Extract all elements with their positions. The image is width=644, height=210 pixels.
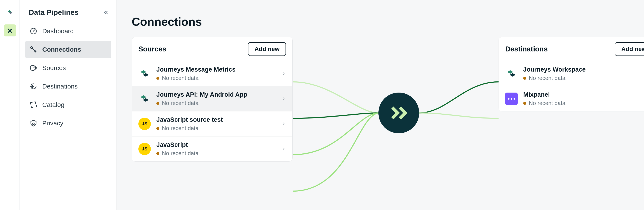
destination-row[interactable]: Journeys Workspace No recent data: [499, 61, 644, 86]
nav-label: Connections: [42, 46, 81, 53]
destinations-panel: Destinations Add new Journeys Workspace …: [498, 37, 644, 111]
pipeline-hub: [378, 93, 419, 133]
connections-canvas: Sources Add new Journeys Message Metrics…: [132, 37, 629, 210]
svg-rect-5: [32, 123, 34, 125]
status-dot-icon: [156, 102, 160, 105]
sources-panel-header: Sources Add new: [132, 37, 292, 61]
destinations-icon: [30, 82, 38, 90]
source-status: No recent data: [156, 100, 276, 107]
add-destination-button[interactable]: Add new: [615, 42, 644, 56]
nav-label: Catalog: [42, 101, 64, 108]
rail-app-switcher[interactable]: [4, 6, 16, 18]
status-dot-icon: [156, 127, 160, 130]
sources-list: Journeys Message Metrics No recent data: [132, 61, 292, 161]
chevron-right-icon: [282, 72, 286, 76]
privacy-icon: [30, 119, 38, 127]
source-status-text: No recent data: [162, 100, 199, 107]
collapse-sidebar-button[interactable]: [103, 9, 109, 15]
source-row[interactable]: Journeys API: My Android App No recent d…: [132, 86, 292, 111]
destinations-list: Journeys Workspace No recent data: [499, 61, 644, 111]
destination-row[interactable]: Mixpanel No recent data: [499, 86, 644, 111]
javascript-icon: JS: [138, 118, 151, 130]
page-title: Connections: [132, 15, 629, 28]
source-title: Journeys API: My Android App: [156, 91, 276, 98]
main-content: Connections: [117, 0, 644, 210]
journeys-logo-icon: [6, 9, 14, 16]
source-status-text: No recent data: [162, 150, 199, 157]
sidebar-nav: Dashboard Connections Sources Destinatio…: [25, 22, 111, 132]
svg-point-1: [33, 31, 34, 32]
status-dot-icon: [156, 77, 160, 80]
chevron-right-icon: [282, 147, 286, 151]
workspace-icon: [6, 27, 14, 34]
destination-status: No recent data: [523, 75, 643, 81]
source-status-text: No recent data: [162, 75, 199, 81]
destination-status: No recent data: [523, 100, 643, 107]
destination-title: Journeys Workspace: [523, 66, 643, 73]
source-status-text: No recent data: [162, 125, 199, 132]
connections-icon: [30, 45, 38, 54]
nav-label: Privacy: [42, 120, 63, 127]
chevron-double-left-icon: [103, 9, 109, 15]
nav-label: Sources: [42, 64, 66, 72]
source-status: No recent data: [156, 125, 276, 132]
source-title: Journeys Message Metrics: [156, 66, 276, 73]
source-title: JavaScript source test: [156, 116, 276, 123]
sources-panel-title: Sources: [138, 45, 166, 53]
nav-item-destinations[interactable]: Destinations: [25, 78, 111, 95]
gauge-icon: [30, 27, 38, 35]
nav-item-sources[interactable]: Sources: [25, 59, 111, 76]
sources-panel: Sources Add new Journeys Message Metrics…: [132, 37, 292, 162]
chevron-right-icon: [282, 122, 286, 126]
destination-status-text: No recent data: [529, 100, 566, 107]
nav-item-catalog[interactable]: Catalog: [25, 96, 111, 113]
journeys-icon: [138, 67, 151, 80]
destinations-panel-header: Destinations Add new: [499, 37, 644, 61]
nav-label: Destinations: [42, 83, 78, 90]
nav-item-dashboard[interactable]: Dashboard: [25, 22, 111, 40]
status-dot-icon: [523, 77, 526, 80]
source-row[interactable]: Journeys Message Metrics No recent data: [132, 61, 292, 86]
javascript-icon: JS: [138, 143, 151, 155]
add-source-button[interactable]: Add new: [248, 42, 286, 56]
source-status: No recent data: [156, 75, 276, 81]
chevron-right-icon: [282, 97, 286, 101]
app-rail: [0, 0, 20, 210]
status-dot-icon: [156, 152, 160, 155]
catalog-icon: [30, 101, 38, 109]
rail-workspace[interactable]: [4, 24, 16, 36]
source-title: JavaScript: [156, 141, 276, 148]
nav-item-connections[interactable]: Connections: [25, 41, 111, 58]
journeys-icon: [138, 93, 151, 105]
sidebar-title: Data Pipelines: [29, 8, 78, 16]
source-row[interactable]: JS JavaScript No recent data: [132, 137, 292, 161]
status-dot-icon: [523, 102, 526, 105]
source-row[interactable]: JS JavaScript source test No recent data: [132, 111, 292, 137]
sidebar: Data Pipelines Dashboard Connections: [20, 0, 117, 210]
hub-icon: [388, 102, 410, 124]
journeys-icon: [505, 67, 518, 80]
nav-label: Dashboard: [42, 27, 74, 35]
nav-item-privacy[interactable]: Privacy: [25, 115, 111, 132]
destination-status-text: No recent data: [529, 75, 566, 81]
sidebar-header: Data Pipelines: [25, 6, 111, 22]
mixpanel-icon: [505, 93, 518, 105]
destinations-panel-title: Destinations: [505, 45, 548, 53]
sources-icon: [30, 64, 38, 72]
destination-title: Mixpanel: [523, 91, 643, 98]
source-status: No recent data: [156, 150, 276, 157]
